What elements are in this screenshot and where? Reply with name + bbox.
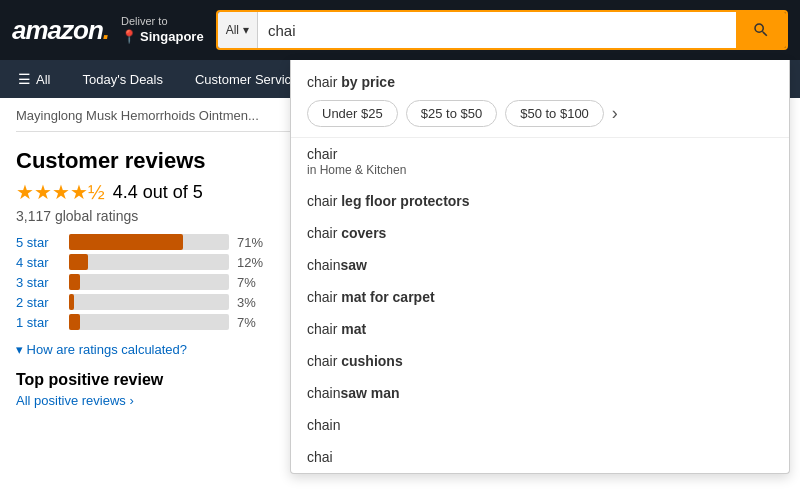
suggestion-text: chai [307,449,773,465]
suggestion-text: chair mat for carpet [307,289,773,305]
search-input[interactable] [258,12,736,48]
star-3-label[interactable]: 3 star [16,275,61,290]
bar-fill-4 [69,254,88,270]
suggestion-chair-cushions[interactable]: chair cushions [291,345,789,377]
logo-smile: . [103,15,109,45]
nav-all[interactable]: ☰ All [12,67,56,91]
pct-3: 7% [237,275,267,290]
search-dropdown: chair by price Under $25 $25 to $50 $50 … [290,60,790,474]
price-chips: Under $25 $25 to $50 $50 to $100 › [307,100,773,127]
search-category-dropdown[interactable]: All ▾ [218,12,258,48]
bar-bg-3 [69,274,229,290]
suggestion-sub: in Home & Kitchen [307,163,773,177]
rating-text: 4.4 out of 5 [113,182,203,203]
by-price-title: chair by price [307,74,773,90]
suggestion-text: chair [307,146,773,162]
by-price-prefix: chair [307,74,341,90]
pct-4: 12% [237,255,267,270]
suggestion-text: chair covers [307,225,773,241]
star-5-label[interactable]: 5 star [16,235,61,250]
suggestion-text: chainsaw man [307,385,773,401]
star-4-label[interactable]: 4 star [16,255,61,270]
bar-fill-2 [69,294,74,310]
price-chip-under25[interactable]: Under $25 [307,100,398,127]
suggestion-chainsaw[interactable]: chainsaw [291,249,789,281]
search-icon [752,21,770,39]
bar-fill-5 [69,234,183,250]
deliver-to[interactable]: Deliver to 📍 Singapore [121,14,204,45]
suggestion-chair-leg[interactable]: chair leg floor protectors [291,185,789,217]
pct-1: 7% [237,315,267,330]
suggestion-text: chain [307,417,773,433]
suggestion-text: chainsaw [307,257,773,273]
pct-5: 71% [237,235,267,250]
suggestion-chair-covers[interactable]: chair covers [291,217,789,249]
price-chip-50to100[interactable]: $50 to $100 [505,100,604,127]
pct-2: 3% [237,295,267,310]
hamburger-icon: ☰ [18,71,31,87]
suggestion-chainsaw-man[interactable]: chainsaw man [291,377,789,409]
bar-bg-2 [69,294,229,310]
suggestion-text: chair leg floor protectors [307,193,773,209]
amazon-logo[interactable]: amazon. [12,15,109,46]
bar-bg-4 [69,254,229,270]
suggestion-chair-mat-carpet[interactable]: chair mat for carpet [291,281,789,313]
suggestion-chain[interactable]: chain [291,409,789,441]
star-rating-icons: ★★★★½ [16,180,105,204]
star-2-label[interactable]: 2 star [16,295,61,310]
suggestion-chair-home[interactable]: chair in Home & Kitchen [291,138,789,185]
star-1-label[interactable]: 1 star [16,315,61,330]
by-price-section: chair by price Under $25 $25 to $50 $50 … [291,60,789,138]
chevron-down-icon: ▾ [243,23,249,37]
deliver-label: Deliver to [121,14,204,28]
suggestion-text: chair cushions [307,353,773,369]
bar-bg-5 [69,234,229,250]
bar-bg-1 [69,314,229,330]
nav-todays-deals[interactable]: Today's Deals [76,68,169,91]
chevron-right-icon[interactable]: › [612,103,618,124]
suggestion-text: chair mat [307,321,773,337]
header: amazon. Deliver to 📍 Singapore All ▾ [0,0,800,60]
suggestion-chai[interactable]: chai [291,441,789,473]
bar-fill-3 [69,274,80,290]
bar-fill-1 [69,314,80,330]
by-price-bold: by price [341,74,395,90]
nav-customer-service[interactable]: Customer Service [189,68,304,91]
search-button[interactable] [736,12,786,48]
price-chip-25to50[interactable]: $25 to $50 [406,100,497,127]
city-label: 📍 Singapore [121,29,204,46]
suggestion-chair-mat[interactable]: chair mat [291,313,789,345]
search-bar: All ▾ [216,10,788,50]
